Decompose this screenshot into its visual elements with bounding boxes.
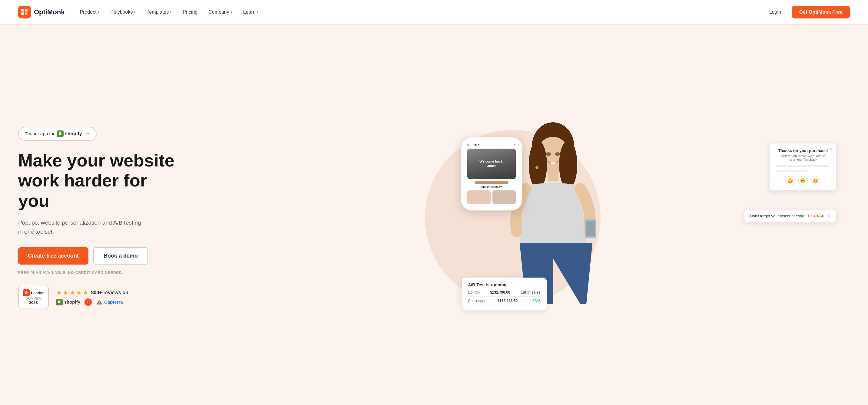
- phone-cta-bar: [474, 181, 508, 184]
- feedback-line-1: [776, 165, 830, 167]
- discount-card: Don't forget your discount code: FZ316A6…: [744, 210, 836, 222]
- hero-visual: ILLUME ≡ Welcome back,Julie! Still inter…: [176, 119, 850, 316]
- hamburger-icon: ≡: [514, 143, 516, 147]
- phone-brand-text: ILLUME: [467, 144, 480, 147]
- g2-platform-icon: G: [85, 299, 92, 306]
- free-plan-notice: FREE PLAN AVAILABLE. NO CREDIT CARD NEED…: [18, 271, 176, 275]
- svg-rect-0: [21, 9, 24, 11]
- hero-subtitle: Popups, website personalization and A/B …: [18, 218, 176, 237]
- phone-welcome-text: Welcome back,Julie!: [479, 159, 503, 169]
- nav-item-learn[interactable]: Learn ▾: [239, 7, 263, 17]
- nav-item-product[interactable]: Product ▾: [75, 7, 103, 17]
- platform-logos: shopify G Capterra: [56, 299, 128, 306]
- shopify-badge[interactable]: Try our app for shopify →: [18, 127, 97, 141]
- svg-rect-14: [586, 221, 595, 236]
- feedback-card-title: Thanks for your purchase!: [776, 148, 830, 153]
- svg-point-10: [529, 140, 547, 189]
- chevron-down-icon: ▾: [230, 10, 232, 14]
- nav-item-templates[interactable]: Templates ▾: [142, 7, 176, 17]
- hero-headline: Make your website work harder for you: [18, 150, 176, 211]
- logo-icon: [18, 6, 31, 19]
- chevron-down-icon: ▾: [170, 10, 172, 14]
- platform-shopify: shopify: [56, 299, 80, 305]
- ab-control-label: Control: [468, 290, 480, 295]
- emoji-happy[interactable]: 😄: [811, 176, 820, 185]
- reviews-section: ★★★★★ 800+ reviews on shopify G: [56, 289, 128, 306]
- platform-capterra: Capterra: [96, 299, 123, 305]
- g2-leader-label: Leader: [31, 291, 44, 295]
- svg-point-17: [555, 152, 560, 156]
- reviews-count-text: 800+ reviews on: [91, 290, 128, 296]
- ab-control-value: $132,780.00: [490, 290, 510, 295]
- arrow-right-icon: →: [85, 131, 90, 137]
- ab-divider: [468, 296, 540, 297]
- logo[interactable]: OptiMonk: [18, 6, 64, 19]
- capterra-text: Capterra: [104, 299, 123, 304]
- phone-banner-overlay: Welcome back,Julie!: [467, 148, 516, 179]
- g2-logo-icon: G: [23, 290, 30, 296]
- chevron-down-icon: ▾: [98, 10, 100, 14]
- navbar: OptiMonk Product ▾ Playbooks ▾ Templates…: [0, 0, 868, 24]
- phone-product-2: [492, 191, 516, 204]
- emoji-sad[interactable]: 😞: [785, 176, 795, 185]
- shopify-logo: shopify: [57, 131, 82, 137]
- shopify-badge-text: Try our app for: [25, 131, 55, 136]
- ab-challenger-label: Challenger: [468, 299, 486, 303]
- book-demo-button[interactable]: Book a demo: [93, 247, 148, 265]
- svg-rect-2: [21, 12, 24, 15]
- ab-lift-in-sales-label: Lift in sales: [521, 290, 540, 295]
- phone-product-1: [467, 191, 491, 204]
- feedback-close-icon[interactable]: ✕: [829, 146, 833, 151]
- svg-rect-12: [548, 172, 558, 181]
- feedback-card-subtitle: Before you leave, we'd love tohear your …: [776, 154, 830, 161]
- ab-test-card: A/B Test is running Control $132,780.00 …: [462, 277, 547, 310]
- phone-header: ILLUME ≡: [467, 143, 516, 147]
- shopify-platform-text: shopify: [64, 299, 80, 304]
- hero-buttons: Create free account Book a demo: [18, 247, 176, 265]
- discount-close-icon[interactable]: ✕: [828, 214, 831, 218]
- social-proof: G Leader SUMMER 2023 ★★★★★ 800+ reviews …: [18, 286, 176, 308]
- phone-banner: Welcome back,Julie!: [467, 148, 516, 179]
- discount-code: FZ316A6: [808, 214, 824, 218]
- navbar-right: Login Get OptiMonk Free: [765, 6, 850, 19]
- nav-links: Product ▾ Playbooks ▾ Templates ▾ Pricin…: [75, 7, 262, 17]
- chevron-down-icon: ▾: [257, 10, 259, 14]
- g2-year-label: 2023: [23, 300, 44, 305]
- navbar-left: OptiMonk Product ▾ Playbooks ▾ Templates…: [18, 6, 263, 19]
- star-rating: ★★★★★: [56, 289, 89, 297]
- svg-rect-1: [25, 9, 28, 11]
- nav-item-playbooks[interactable]: Playbooks ▾: [106, 7, 140, 17]
- platform-g2: G: [85, 299, 92, 306]
- get-free-button[interactable]: Get OptiMonk Free: [792, 6, 850, 19]
- ab-card-title: A/B Test is running: [468, 282, 540, 287]
- phone-still-interested-text: Still interested?: [467, 185, 516, 189]
- logo-text: OptiMonk: [34, 8, 64, 16]
- feedback-line-2: [776, 170, 808, 172]
- ab-challenger-value: $163,336.50: [498, 299, 518, 303]
- shopify-text: shopify: [65, 131, 82, 136]
- svg-point-11: [559, 140, 577, 189]
- ab-lift-value: +36%: [530, 299, 540, 303]
- nav-item-pricing[interactable]: Pricing: [178, 7, 202, 17]
- nav-item-company[interactable]: Company ▾: [204, 7, 236, 17]
- emoji-neutral[interactable]: 😊: [798, 176, 808, 185]
- phone-btn-row: [467, 181, 516, 184]
- login-button[interactable]: Login: [765, 7, 786, 17]
- svg-point-15: [535, 166, 538, 169]
- ab-control-row: Control $132,780.00 Lift in sales: [468, 290, 540, 295]
- stars-row: ★★★★★ 800+ reviews on: [56, 289, 128, 297]
- discount-text: Don't forget your discount code:: [750, 214, 805, 218]
- feedback-card: ✕ Thanks for your purchase! Before you l…: [770, 143, 836, 191]
- phone-products: [467, 191, 516, 204]
- phone-mockup: ILLUME ≡ Welcome back,Julie! Still inter…: [461, 137, 522, 210]
- hero-section: Try our app for shopify → Make your webs…: [0, 24, 868, 405]
- hero-content: Try our app for shopify → Make your webs…: [18, 127, 176, 309]
- g2-season-label: SUMMER: [23, 297, 44, 300]
- svg-point-16: [546, 152, 551, 156]
- svg-rect-3: [25, 12, 28, 15]
- feedback-emojis: 😞 😊 😄: [776, 176, 830, 185]
- ab-challenger-row: Challenger $163,336.50 +36%: [468, 299, 540, 303]
- g2-badge: G Leader SUMMER 2023: [18, 286, 49, 308]
- chevron-down-icon: ▾: [134, 10, 136, 14]
- create-account-button[interactable]: Create free account: [18, 247, 88, 265]
